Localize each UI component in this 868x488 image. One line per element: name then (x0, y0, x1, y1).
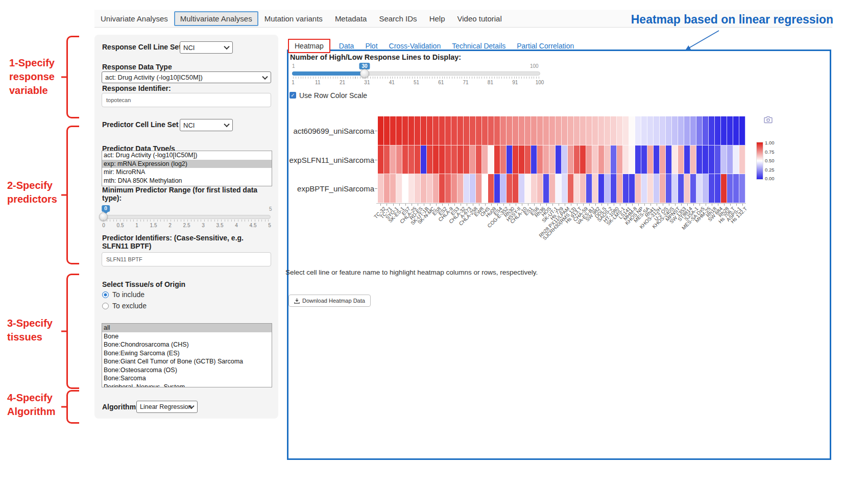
heatmap-cell[interactable] (470, 116, 476, 145)
heatmap-column-ES2[interactable] (439, 116, 445, 203)
heatmap-cell[interactable] (543, 174, 549, 203)
heatmap-column-MPNST[interactable] (672, 116, 678, 203)
heatmap-column-ES6[interactable] (531, 116, 537, 203)
heatmap-cell[interactable] (390, 116, 396, 145)
heatmap-cell[interactable] (696, 174, 703, 203)
response-data-type-select[interactable]: act: Drug Activity (-log10[IC50M]) (102, 71, 271, 83)
heatmap-column-Rh28[interactable] (721, 116, 727, 203)
heatmap-column-Hu09[interactable] (488, 116, 494, 203)
heatmap-column-RD-ES[interactable] (415, 116, 421, 203)
heatmap-cell[interactable] (635, 145, 641, 175)
heatmap-column-Rh28 PX11/LPAM[interactable] (562, 116, 568, 203)
heatmap-column-MES-SA Dx5[interactable] (696, 116, 703, 203)
heatmap-cell[interactable] (402, 174, 408, 203)
heatmap-column-HT-1080[interactable] (611, 116, 617, 203)
heatmap-cell[interactable] (470, 174, 476, 203)
heatmap-cell[interactable] (574, 174, 580, 203)
heatmap-column-SW 1353[interactable] (678, 116, 684, 203)
heatmap-cell[interactable] (488, 145, 494, 175)
heatmap-column-MHM-8[interactable] (629, 116, 635, 203)
heatmap-cell[interactable] (537, 116, 543, 145)
heatmap-cell[interactable] (678, 116, 684, 145)
heatmap-column-U-2 OS[interactable] (660, 116, 666, 203)
heatmap-column-MHM-25[interactable] (703, 116, 709, 203)
heatmap-cell[interactable] (598, 116, 605, 145)
heatmap-cell[interactable] (709, 174, 715, 203)
heatmap-cell[interactable] (727, 174, 733, 203)
nav-item-video-tutorial[interactable]: Video tutorial (451, 11, 508, 26)
nav-item-mutation-variants[interactable]: Mutation variants (258, 11, 329, 26)
heatmap-cell[interactable] (660, 174, 666, 203)
heatmap-cell[interactable] (696, 116, 703, 145)
heatmap-cell[interactable] (556, 145, 562, 175)
heatmap-cell[interactable] (549, 145, 556, 175)
heatmap-cell[interactable] (715, 174, 721, 203)
heatmap-cell[interactable] (451, 145, 457, 175)
heatmap-cell[interactable] (421, 145, 427, 175)
heatmap-cell[interactable] (531, 145, 537, 175)
heatmap-cell[interactable] (384, 145, 390, 175)
heatmap-cell[interactable] (433, 145, 439, 175)
tissue-option[interactable]: Bone:Osteosarcoma (OS) (102, 366, 272, 375)
heatmap-cell[interactable] (672, 145, 678, 175)
heatmap-column-ES8[interactable] (433, 116, 439, 203)
heatmap-column-SK-LMS-1[interactable] (617, 116, 623, 203)
heatmap-column-CHLA-25[interactable] (408, 116, 415, 203)
heatmap-cell[interactable] (507, 145, 513, 175)
heatmap-cell[interactable] (408, 174, 415, 203)
heatmap-cell[interactable] (611, 145, 617, 175)
heatmap-column-VA-ES-BJ[interactable] (586, 116, 592, 203)
heatmap-cell[interactable] (623, 145, 629, 175)
heatmap-cell[interactable] (519, 174, 525, 203)
heatmap-cell[interactable] (623, 174, 629, 203)
nav-item-univariate-analyses[interactable]: Univariate Analyses (94, 11, 174, 26)
predictor-data-types-listbox[interactable]: act: Drug Activity (-log10[IC50M])exp: m… (102, 151, 272, 186)
heatmap-column-COG-E-352[interactable] (500, 116, 507, 203)
heatmap-cell[interactable] (519, 145, 525, 175)
heatmap-column-Hs 706.T[interactable] (727, 116, 733, 203)
heatmap-cell[interactable] (482, 145, 488, 175)
heatmap-cell[interactable] (494, 145, 500, 175)
camera-icon[interactable] (764, 116, 773, 124)
tissue-option[interactable]: Peripheral_Nervous_System (102, 383, 272, 388)
heatmap-cell[interactable] (574, 145, 580, 175)
heatmap-column-SK-UT-1[interactable] (549, 116, 556, 203)
heatmap-cell[interactable] (488, 116, 494, 145)
heatmap-column-ASPS-1[interactable] (733, 116, 739, 203)
predictor-type-option[interactable]: mir: MicroRNA (102, 168, 272, 177)
heatmap-cell[interactable] (647, 145, 654, 175)
heatmap-cell[interactable] (617, 116, 623, 145)
heatmap-column-SK-N-MC[interactable] (427, 116, 433, 203)
heatmap-cell[interactable] (519, 116, 525, 145)
response-cell-line-set-select[interactable]: NCI (180, 41, 233, 54)
heatmap-cell[interactable] (427, 116, 433, 145)
heatmap-column-KHOS-312H[interactable] (654, 116, 660, 203)
heatmap-cell[interactable] (580, 174, 586, 203)
predictor-identifiers-input[interactable] (102, 252, 271, 266)
heatmap-cell[interactable] (703, 116, 709, 145)
heatmap-cell[interactable] (654, 145, 660, 175)
heatmap-column-LS141[interactable] (623, 116, 629, 203)
heatmap-cell[interactable] (739, 174, 745, 203)
heatmap-cell[interactable] (709, 145, 715, 175)
tab-technical-details[interactable]: Technical Details (446, 40, 511, 52)
heatmap-cell[interactable] (611, 116, 617, 145)
heatmap-cell[interactable] (470, 145, 476, 175)
heatmap-cell[interactable] (482, 174, 488, 203)
heatmap-cell[interactable] (513, 174, 519, 203)
heatmap-cell[interactable] (427, 145, 433, 175)
heatmap-column-CHLA-32[interactable] (457, 116, 464, 203)
heatmap-cell[interactable] (641, 145, 647, 175)
heatmap-cell[interactable] (574, 116, 580, 145)
heatmap-row-label[interactable]: expSLFN11_uniSarcoma (290, 156, 374, 164)
heatmap-cell[interactable] (476, 174, 482, 203)
heatmap-cell[interactable] (684, 145, 690, 175)
heatmap-column-SJCRH30(RMS 13)[interactable] (568, 116, 574, 203)
heatmap-column-TC-32[interactable] (378, 116, 384, 203)
heatmap-cell[interactable] (543, 116, 549, 145)
heatmap-cell[interactable] (482, 116, 488, 145)
heatmap-column-DDLS[interactable] (598, 116, 605, 203)
tab-plot[interactable]: Plot (359, 40, 383, 52)
response-identifier-input[interactable] (102, 93, 271, 107)
heatmap-cell[interactable] (605, 145, 611, 175)
